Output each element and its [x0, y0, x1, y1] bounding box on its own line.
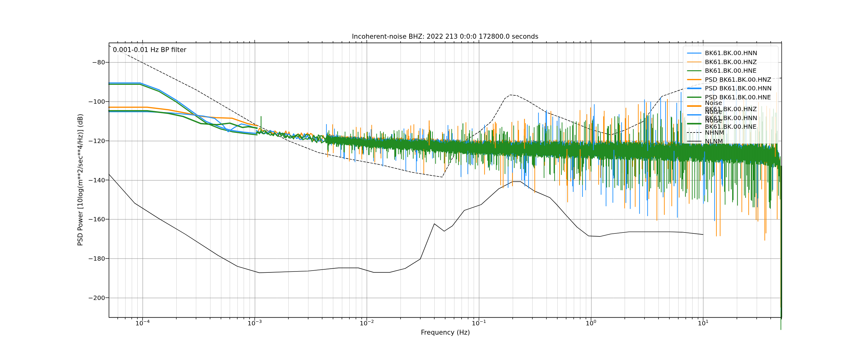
y-tick-label-2: −120 — [80, 137, 105, 145]
legend-line-sample — [687, 79, 702, 80]
y-tick-label-1: −100 — [80, 98, 105, 105]
legend-line-sample — [687, 87, 702, 89]
legend-entry: BK61.BK.00.HNE — [687, 66, 775, 75]
x-tick-label-1: 10−3 — [247, 319, 261, 327]
legend-line-sample — [687, 52, 702, 54]
legend-entry-label: NLNM — [705, 138, 723, 144]
y-tick-label-0: −80 — [80, 59, 105, 66]
figure: Incoherent-noise BHZ: 2022 213 0:0:0 172… — [0, 0, 868, 356]
legend-line-sample — [687, 123, 702, 124]
legend-entry: NLNM — [687, 137, 775, 146]
x-axis-label: Frequency (Hz) — [421, 329, 470, 336]
legend-entry: BK61.BK.00.HNZ — [687, 58, 775, 67]
x-tick-label-3: 10−1 — [472, 319, 486, 327]
legend-line-sample — [687, 105, 702, 107]
legend-entry-label: BK61.BK.00.HNN — [705, 50, 757, 56]
bp-filter-annotation: 0.001-0.01 Hz BP filter — [111, 45, 188, 55]
x-tick-label-0: 10−4 — [135, 319, 150, 327]
x-tick-label-4: 100 — [586, 319, 596, 327]
legend-entry-label: PSD BK61.BK.00.HNZ — [705, 76, 771, 83]
legend-line-sample — [687, 114, 702, 116]
y-tick-label-6: −200 — [80, 294, 105, 301]
legend-entry-label: BK61.BK.00.HNZ — [705, 59, 757, 65]
legend-entry: BK61.BK.00.HNN — [687, 48, 775, 58]
legend-entry: PSD BK61.BK.00.HNN — [687, 84, 775, 93]
legend-entry-label: Noise BK61.BK.00.HNE — [705, 117, 775, 130]
legend-entry-label: NHNM — [705, 130, 724, 136]
legend-entry-label: BK61.BK.00.HNE — [705, 68, 756, 74]
legend-line-sample — [687, 70, 702, 71]
chart-title: Incoherent-noise BHZ: 2022 213 0:0:0 172… — [352, 33, 538, 40]
legend: BK61.BK.00.HNNBK61.BK.00.HNZBK61.BK.00.H… — [683, 46, 778, 144]
y-tick-label-5: −180 — [80, 255, 105, 262]
y-tick-label-4: −160 — [80, 215, 105, 223]
legend-entry-label: PSD BK61.BK.00.HNN — [705, 85, 772, 91]
legend-line-sample — [687, 62, 702, 63]
x-tick-label-5: 101 — [698, 319, 708, 327]
legend-line-sample — [687, 141, 702, 141]
legend-dashed-line-sample — [687, 132, 702, 133]
legend-entry: PSD BK61.BK.00.HNZ — [687, 75, 775, 84]
x-tick-label-2: 10−2 — [360, 319, 374, 327]
legend-line-sample — [687, 97, 702, 98]
legend-entry: Noise BK61.BK.00.HNE — [687, 119, 775, 128]
y-tick-label-3: −140 — [80, 176, 105, 184]
